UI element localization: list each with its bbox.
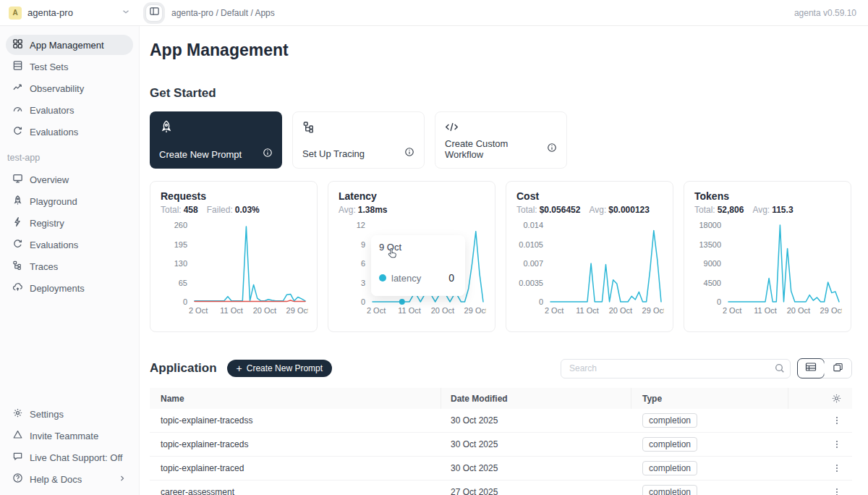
sidebar-item-label: Playground (30, 196, 77, 207)
gauge-icon (12, 103, 23, 117)
table-view-button[interactable] (797, 358, 825, 378)
sidebar-collapse-button[interactable] (145, 4, 163, 22)
table-row[interactable]: topic-explainer-traced 30 Oct 2025 compl… (150, 457, 852, 481)
get-started-heading: Get Started (150, 86, 852, 101)
svg-text:0.007: 0.007 (523, 259, 543, 268)
workspace-name: agenta-pro (27, 7, 73, 18)
table-row[interactable]: topic-explainer-tracedss 30 Oct 2025 com… (150, 409, 852, 433)
sidebar-item-deployments[interactable]: Deployments (6, 278, 133, 298)
view-toggle (797, 358, 852, 378)
metrics-charts: Requests Total:458 Failed:0.03% 06513019… (150, 181, 852, 332)
svg-text:6: 6 (361, 259, 365, 268)
cost-chart-card: Cost Total:$0.056452 Avg:$0.000123 00.00… (506, 181, 673, 332)
kebab-menu-icon[interactable] (832, 439, 842, 449)
tokens-line-chart[interactable]: 04500900013500180002 Oct11 Oct20 Oct29 O… (694, 219, 841, 319)
svg-text:20 Oct: 20 Oct (431, 306, 454, 315)
sidebar-item-playground[interactable]: Playground (6, 191, 133, 211)
sidebar-item-invite-teammate[interactable]: Invite Teammate (6, 426, 133, 446)
svg-text:11 Oct: 11 Oct (576, 306, 599, 315)
create-custom-workflow-card[interactable]: Create Custom Workflow (435, 111, 567, 169)
svg-text:29 Oct: 29 Oct (642, 306, 664, 315)
type-badge: completion (642, 485, 697, 495)
kebab-menu-icon[interactable] (832, 487, 842, 495)
svg-text:0: 0 (539, 297, 543, 306)
search-icon[interactable] (774, 363, 786, 377)
card-label: Create New Prompt (159, 149, 242, 160)
svg-text:18000: 18000 (699, 221, 721, 229)
create-new-prompt-card[interactable]: Create New Prompt (150, 111, 282, 169)
sidebar-group-label: test-app (7, 153, 132, 163)
chart-title: Latency (339, 190, 485, 202)
sidebar-item-registry[interactable]: Registry (6, 213, 133, 233)
sidebar-item-app-evaluations[interactable]: Evaluations (6, 234, 133, 255)
svg-text:0.0105: 0.0105 (519, 240, 543, 249)
tree-icon (12, 260, 23, 273)
sidebar-item-evaluators[interactable]: Evaluators (6, 100, 133, 120)
card-view-button[interactable] (824, 359, 851, 378)
svg-text:0: 0 (361, 297, 365, 306)
info-icon[interactable] (263, 148, 273, 161)
sidebar-item-label: Deployments (30, 283, 85, 294)
svg-text:2 Oct: 2 Oct (367, 306, 386, 315)
table-row[interactable]: topic-explainer-traceds 30 Oct 2025 comp… (150, 433, 852, 457)
chevron-down-icon (121, 7, 131, 20)
search-input[interactable] (561, 359, 791, 378)
column-header-date-modified[interactable]: Date Modified (441, 388, 631, 409)
svg-text:20 Oct: 20 Oct (609, 306, 632, 315)
table-settings-gear-icon[interactable] (831, 393, 842, 404)
sidebar-item-label: Evaluations (30, 240, 78, 250)
kebab-menu-icon[interactable] (832, 415, 842, 426)
svg-text:2 Oct: 2 Oct (723, 306, 741, 315)
app-date-modified: 30 Oct 2025 (441, 439, 631, 449)
info-icon[interactable] (404, 147, 414, 160)
type-badge: completion (642, 461, 697, 475)
stat-label: Total: (161, 205, 182, 215)
app-date-modified: 30 Oct 2025 (441, 415, 631, 426)
sidebar-item-settings[interactable]: Settings (6, 404, 133, 424)
svg-text:0: 0 (183, 297, 187, 306)
sidebar-item-app-management[interactable]: App Management (6, 35, 133, 55)
cursor-hand-icon (386, 247, 399, 263)
sidebar-item-test-sets[interactable]: Test Sets (6, 56, 133, 77)
chart-tooltip: 9 Oct latency 0 (371, 235, 465, 296)
create-new-prompt-button[interactable]: + Create New Prompt (227, 360, 333, 377)
stat-label: Failed: (207, 205, 233, 215)
chevron-right-icon (118, 474, 127, 485)
table-row[interactable]: career-assessment 27 Oct 2025 completion (150, 481, 852, 495)
table-icon (12, 60, 23, 73)
sidebar-item-live-chat[interactable]: Live Chat Support: Off (6, 447, 133, 468)
requests-line-chart[interactable]: 0651301952602 Oct11 Oct20 Oct29 Oct (161, 219, 307, 319)
info-icon[interactable] (547, 143, 557, 156)
sidebar-item-evaluations[interactable]: Evaluations (6, 122, 133, 142)
sidebar-item-observability[interactable]: Observability (6, 78, 133, 98)
sidebar-item-label: Overview (30, 174, 69, 185)
cycle-icon (12, 125, 23, 138)
rocket-icon (12, 195, 23, 208)
stat-label: Avg: (752, 205, 770, 215)
kebab-menu-icon[interactable] (832, 463, 842, 473)
stat-label: Avg: (589, 205, 606, 215)
sidebar-item-overview[interactable]: Overview (6, 169, 133, 190)
app-name: topic-explainer-traced (150, 463, 441, 473)
card-view-icon (833, 362, 843, 376)
sidebar: App Management Test Sets Observability E… (0, 26, 140, 495)
set-up-tracing-card[interactable]: Set Up Tracing (292, 111, 425, 169)
sidebar-item-label: Live Chat Support: Off (30, 452, 122, 463)
workspace-avatar: A (9, 7, 22, 20)
workspace-selector[interactable]: A agenta-pro (0, 7, 140, 20)
card-label: Set Up Tracing (302, 148, 365, 159)
svg-text:65: 65 (179, 279, 187, 287)
cost-line-chart[interactable]: 00.00350.0070.01050.0142 Oct11 Oct20 Oct… (516, 219, 663, 319)
button-label: Create New Prompt (247, 363, 323, 373)
sidebar-item-traces[interactable]: Traces (6, 256, 133, 276)
sidebar-item-help-docs[interactable]: Help & Docs (6, 469, 133, 489)
column-header-type[interactable]: Type (631, 388, 788, 409)
cloud-icon (12, 282, 23, 295)
breadcrumb[interactable]: agenta-pro / Default / Apps (171, 8, 275, 18)
chat-icon (12, 451, 23, 464)
sidebar-item-label: Evaluations (30, 127, 78, 138)
sidebar-item-label: Invite Teammate (30, 431, 98, 441)
sidebar-item-label: Help & Docs (30, 474, 82, 485)
column-header-name[interactable]: Name (150, 388, 441, 409)
sidebar-item-label: Settings (30, 409, 64, 420)
